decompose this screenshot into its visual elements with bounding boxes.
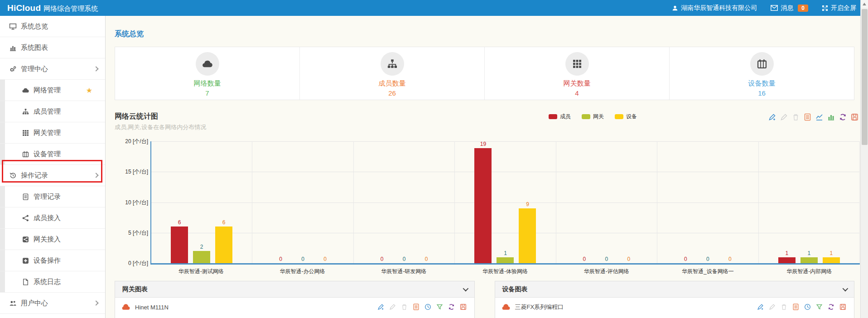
scrollbar-thumb[interactable] [862,9,868,145]
sidebar-item-member-access[interactable]: 成员接入 [0,207,105,229]
bar-value-label: 6 [178,220,181,225]
bar-设备 [519,208,536,263]
refresh-icon[interactable] [827,303,836,312]
delete-icon[interactable] [780,303,789,312]
bar-value-label: 0 [425,256,428,262]
y-axis-tick: 15 [个/台] [115,168,148,176]
x-axis-category-label: 华辰智通_设备网络一 [657,268,759,275]
share-square-icon [22,236,29,243]
bar-chart-icon[interactable] [827,113,835,121]
legend-item-devices[interactable]: 设备 [615,113,637,120]
history-icon [9,172,17,179]
legend-swatch [615,114,623,119]
app-window: HiCloud网络综合管理系统 湖南华辰智通科技有限公司 消息 0 开启 [0,0,868,318]
bar-slot: 0 [721,141,738,263]
filter-icon[interactable] [815,303,824,312]
device-cloud-icon [502,304,511,310]
time-icon[interactable] [424,303,433,312]
bar-成员 [171,226,188,263]
sidebar-item-operation-records[interactable]: 操作记录 [0,165,105,186]
legend-label: 成员 [560,113,571,120]
cloud-icon [196,52,219,76]
bar-value-label: 1 [785,251,788,256]
bar-chart-icon [9,44,17,52]
sidebar-item-network-management[interactable]: 网络管理 ★ [0,80,105,101]
gateway-item-name: Hinet M111N [135,304,169,311]
data-view-icon[interactable] [792,303,800,312]
bar-slot: 9 [519,141,536,263]
company-menu[interactable]: 湖南华辰智通科技有限公司 [672,4,757,12]
bar-value-label: 0 [728,256,732,262]
bar-slot: 0 [598,141,615,263]
stat-value: 7 [205,89,209,97]
sidebar-item-gateway-access[interactable]: 网关接入 [0,229,105,250]
gateway-cloud-icon [121,304,131,310]
stat-value: 26 [388,89,396,97]
sidebar-item-user-center[interactable]: 用户中心 [0,293,105,314]
favorite-star-icon[interactable]: ★ [86,86,92,95]
edit-icon[interactable] [377,303,386,312]
sidebar-item-system-logs[interactable]: 系统日志 [0,271,105,293]
scroll-up-arrow[interactable] [861,0,868,8]
sidebar-item-management-records[interactable]: 管理记录 [0,186,105,207]
monitor-icon [9,23,17,30]
messages-button[interactable]: 消息 0 [771,4,808,12]
sidebar-item-management-center[interactable]: 管理中心 [0,58,105,80]
delete-icon[interactable] [400,303,409,312]
sidebar-item-label: 网关接入 [34,235,61,244]
time-icon[interactable] [804,303,812,312]
sidebar-item-member-management[interactable]: 成员管理 [0,101,105,122]
save-image-icon[interactable] [839,303,848,312]
bar-value-label: 1 [829,251,833,256]
data-view-icon[interactable] [803,113,812,121]
bar-slot: 6 [215,141,232,263]
restore-icon[interactable] [839,113,847,121]
bar-slot: 1 [497,141,514,263]
sidebar-item-system-charts[interactable]: 系统图表 [0,37,105,58]
envelope-icon [771,5,778,11]
gateway-item-toolbox [377,303,468,312]
bar-value-label: 1 [504,251,507,256]
device-item-row[interactable]: 三菱FX系列编程口 [495,298,854,317]
legend-item-members[interactable]: 成员 [549,113,571,120]
gateway-item-row[interactable]: Hinet M111N [115,298,474,317]
filter-icon[interactable] [436,303,444,312]
messages-count-badge: 0 [798,5,808,12]
sidebar-item-device-management[interactable]: 设备管理 [0,144,105,165]
bar-设备 [215,226,232,263]
stat-gateway-count: 网关数量 4 [484,47,669,100]
line-chart-icon[interactable] [815,113,824,121]
device-panel-header[interactable]: 设备图表 [495,281,854,298]
edit-icon[interactable] [757,303,765,312]
chevron-down-icon [843,286,849,292]
legend-item-gateways[interactable]: 网关 [582,113,604,120]
device-icon [750,52,774,76]
y-axis-tick: 10 [个/台] [115,198,148,206]
sidebar-item-gateway-management[interactable]: 网关管理 [0,122,105,144]
fullscreen-button[interactable]: 开启全屏 [822,4,856,12]
network-cloud-chart-section: 网络云统计图 成员,网关,设备在各网络内分布情况 成员 网关 设备 [115,112,860,275]
x-axis-category-label: 华辰智通-研发网络 [353,268,454,275]
edit-disabled-icon[interactable] [768,303,777,312]
stats-box: 网络数量 7 成员数量 26 网关数量 4 设备数量 16 [115,47,854,100]
save-image-icon[interactable] [850,113,859,121]
sidebar-item-system-overview[interactable]: 系统总览 [0,16,105,37]
refresh-icon[interactable] [448,303,456,312]
save-image-icon[interactable] [459,303,468,312]
x-axis-category-label: 华辰智通-办公网络 [252,268,353,275]
clear-marks-icon[interactable] [791,113,800,121]
data-view-icon[interactable] [412,303,421,312]
bar-value-label: 0 [706,256,709,262]
device-item-toolbox [757,303,848,312]
sidebar-item-label: 系统图表 [21,43,48,52]
bar-slot: 0 [418,141,435,263]
messages-label: 消息 [781,4,793,12]
unmark-icon[interactable] [780,113,788,121]
edit-disabled-icon[interactable] [389,303,397,312]
gateway-panel-header[interactable]: 网关图表 [115,281,474,298]
brand-name: HiCloud [7,3,41,13]
mark-icon[interactable] [768,113,776,121]
bar-value-label: 0 [381,256,384,262]
sidebar-item-device-operation[interactable]: 设备操作 [0,250,105,271]
chart-legend: 成员 网关 设备 [549,113,637,120]
